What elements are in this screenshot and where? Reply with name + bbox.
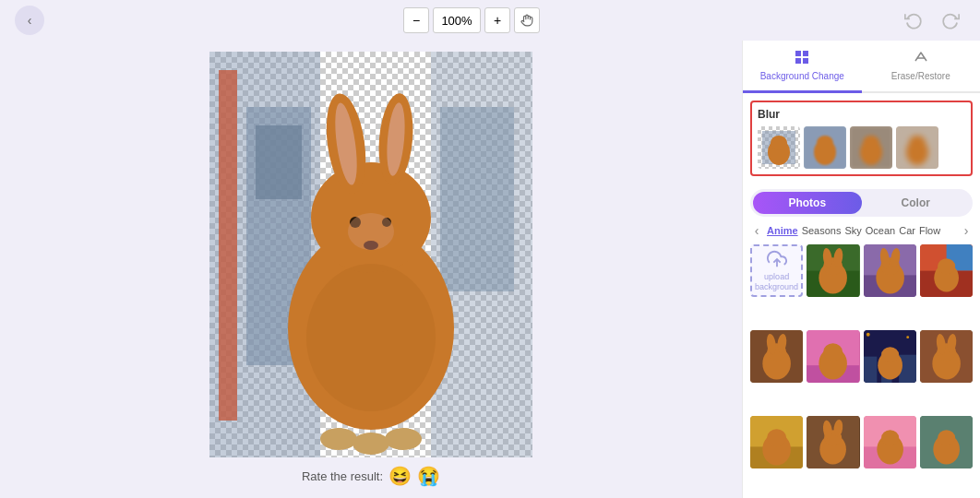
pan-tool-button[interactable]: [514, 7, 540, 33]
photo-thumbnail-6: [864, 330, 916, 383]
background-change-icon: [795, 50, 809, 68]
svg-rect-4: [256, 125, 302, 199]
svg-point-69: [866, 333, 869, 337]
toolbar-center: − 100% +: [403, 7, 540, 33]
erase-restore-icon: [914, 50, 928, 68]
category-item-sky[interactable]: Sky: [844, 223, 861, 238]
toolbar: ‹ − 100% +: [0, 0, 980, 41]
photo-cell-2[interactable]: [864, 244, 916, 297]
category-list: Anime Seasons Sky Ocean Car Flow: [767, 223, 956, 238]
svg-point-28: [771, 136, 787, 150]
zoom-out-button[interactable]: −: [403, 7, 429, 33]
photo-thumbnail-2: [864, 244, 916, 297]
happy-emoji[interactable]: 😆: [388, 465, 412, 487]
blur-thumbnails: [758, 126, 965, 169]
category-item-seasons[interactable]: Seasons: [802, 223, 842, 238]
blur-thumb-3[interactable]: [896, 126, 938, 169]
photos-toggle-button[interactable]: Photos: [753, 192, 862, 214]
canvas-area: Rate the result: 😆 😭: [0, 41, 742, 498]
photo-cell-9[interactable]: [807, 416, 859, 468]
photo-thumbnail-7: [920, 330, 973, 383]
photo-thumbnail-10: [864, 416, 916, 468]
photo-thumbnail-5: [807, 330, 859, 383]
svg-point-55: [938, 258, 955, 274]
blur-thumb-2[interactable]: [850, 126, 892, 169]
svg-point-72: [881, 347, 899, 362]
back-button[interactable]: ‹: [15, 6, 44, 35]
color-toggle-button[interactable]: Color: [862, 192, 971, 214]
photo-cell-4[interactable]: [750, 330, 803, 383]
blur-thumb-0[interactable]: [758, 126, 800, 169]
svg-point-17: [306, 264, 436, 411]
svg-point-19: [353, 433, 389, 455]
right-panel: Background Change Erase/Restore Blur: [742, 41, 980, 498]
zoom-in-button[interactable]: +: [484, 7, 510, 33]
panel-tabs: Background Change Erase/Restore: [743, 41, 980, 93]
svg-point-16: [348, 213, 394, 250]
photo-thumbnail-1: [807, 244, 859, 297]
svg-point-31: [817, 136, 833, 150]
sad-emoji[interactable]: 😭: [417, 465, 440, 487]
blur-label: Blur: [758, 108, 965, 121]
photo-grid: upload background: [743, 244, 980, 498]
tab-background-change[interactable]: Background Change: [743, 41, 862, 93]
photo-thumbnail-4: [750, 330, 803, 383]
svg-point-18: [320, 428, 357, 450]
svg-rect-66: [864, 357, 877, 384]
rate-bar: Rate the result: 😆 😭: [302, 465, 440, 487]
photo-cell-10[interactable]: [864, 416, 916, 468]
svg-point-37: [909, 136, 926, 150]
upload-icon: [767, 249, 787, 269]
photo-cell-3[interactable]: [920, 244, 973, 297]
category-item-anime[interactable]: Anime: [767, 223, 798, 238]
svg-rect-21: [795, 51, 801, 56]
upload-background-cell[interactable]: upload background: [750, 244, 803, 297]
upload-label: upload background: [752, 272, 801, 292]
photo-thumbnail-8: [750, 416, 803, 468]
tab-background-label: Background Change: [760, 71, 844, 81]
photo-cell-11[interactable]: [920, 416, 973, 468]
toolbar-right: [899, 6, 965, 35]
svg-point-90: [881, 430, 899, 445]
svg-rect-2: [219, 70, 237, 421]
photo-cell-1[interactable]: [807, 244, 859, 297]
svg-point-64: [823, 343, 843, 361]
photo-cell-7[interactable]: [920, 330, 973, 383]
svg-point-70: [906, 336, 909, 338]
svg-point-81: [767, 429, 786, 446]
tab-erase-restore[interactable]: Erase/Restore: [862, 41, 981, 93]
blur-section: Blur: [750, 101, 973, 176]
photo-thumbnail-11: [920, 416, 973, 468]
category-item-ocean[interactable]: Ocean: [866, 223, 895, 238]
main-content: Rate the result: 😆 😭 Background Change: [0, 41, 980, 498]
photos-color-toggle: Photos Color: [750, 189, 973, 217]
category-next-button[interactable]: ›: [958, 222, 974, 239]
svg-rect-23: [795, 58, 801, 64]
undo-button[interactable]: [899, 6, 928, 35]
photo-cell-8[interactable]: [750, 416, 803, 468]
photo-cell-6[interactable]: [864, 330, 916, 383]
category-prev-button[interactable]: ‹: [748, 222, 765, 239]
svg-rect-22: [803, 51, 808, 56]
svg-point-20: [385, 428, 422, 450]
rabbit-image: [209, 52, 532, 457]
redo-button[interactable]: [936, 6, 965, 35]
blur-thumb-1[interactable]: [804, 126, 846, 169]
canvas-wrapper: [209, 52, 532, 457]
category-scroll: ‹ Anime Seasons Sky Ocean Car Flow ›: [743, 222, 980, 239]
toolbar-left: ‹: [15, 6, 44, 35]
category-item-car[interactable]: Car: [899, 223, 915, 238]
tab-erase-label: Erase/Restore: [891, 71, 950, 81]
svg-rect-24: [803, 58, 808, 64]
photo-thumbnail-3: [920, 244, 973, 297]
photo-cell-5[interactable]: [807, 330, 859, 383]
category-item-flow[interactable]: Flow: [919, 223, 940, 238]
rate-text: Rate the result:: [302, 469, 383, 483]
zoom-value-display: 100%: [433, 7, 481, 33]
photo-thumbnail-9: [807, 416, 859, 468]
svg-rect-6: [440, 107, 514, 291]
svg-point-93: [938, 430, 955, 445]
svg-point-34: [863, 136, 879, 150]
